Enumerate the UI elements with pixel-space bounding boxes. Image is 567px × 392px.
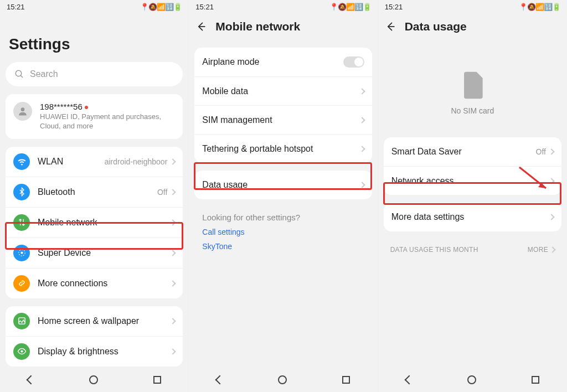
account-sub: HUAWEI ID, Payment and purchases, Cloud,…	[40, 112, 175, 131]
section-label: DATA USAGE THIS MONTH	[390, 246, 478, 254]
wifi-icon	[13, 153, 30, 170]
bluetooth-row[interactable]: Bluetooth Off	[6, 177, 183, 207]
chevron-right-icon	[548, 214, 554, 220]
status-bar: 15:21 📍🔕📶🔢🔋	[378, 0, 567, 13]
status-bar: 15:21 📍🔕📶🔢🔋	[0, 0, 188, 13]
airplane-label: Airplane mode	[202, 57, 343, 67]
other-settings-card: Looking for other settings? Call setting…	[194, 207, 372, 259]
nav-home-button[interactable]	[278, 375, 287, 384]
nav-recent-button[interactable]	[153, 376, 161, 384]
phone-data-usage: 15:21 📍🔕📶🔢🔋 Data usage No SIM card Smart…	[378, 0, 567, 392]
chevron-right-icon	[170, 219, 176, 225]
airplane-toggle[interactable]	[343, 56, 364, 68]
chevron-right-icon	[170, 348, 176, 354]
page-header: Mobile network	[189, 13, 377, 42]
nav-bar	[378, 368, 567, 392]
back-button[interactable]	[385, 21, 396, 32]
display-brightness-row[interactable]: Display & brightness	[6, 336, 183, 367]
tethering-label: Tethering & portable hotspot	[202, 144, 359, 154]
chevron-right-icon	[359, 182, 365, 188]
search-icon	[14, 69, 24, 79]
page-header: Data usage	[378, 13, 567, 42]
chevron-right-icon	[359, 88, 365, 94]
page-title: Mobile network	[215, 20, 300, 33]
more-data-settings-row[interactable]: More data settings	[384, 203, 561, 231]
more-link[interactable]: MORE	[528, 246, 555, 254]
avatar-icon	[13, 102, 32, 121]
mobile-network-icon	[13, 214, 30, 231]
skytone-link[interactable]: SkyTone	[202, 242, 364, 251]
wlan-value: airdroid-neighboor	[105, 157, 168, 166]
mobile-network-label: Mobile network	[38, 218, 171, 228]
tethering-row[interactable]: Tethering & portable hotspot	[194, 134, 372, 163]
sim-label: SIM management	[202, 115, 359, 125]
nav-home-button[interactable]	[467, 375, 476, 384]
eye-icon	[13, 343, 30, 360]
more-connections-row[interactable]: More connections	[6, 268, 183, 298]
nav-home-button[interactable]	[89, 375, 98, 384]
page-title: Settings	[0, 13, 188, 62]
chevron-right-icon	[170, 250, 176, 256]
data-usage-month-header: DATA USAGE THIS MONTH MORE	[378, 239, 567, 257]
bluetooth-icon	[13, 184, 30, 200]
status-time: 15:21	[7, 3, 25, 11]
more-data-group: More data settings	[384, 203, 561, 231]
more-connections-label: More connections	[38, 278, 171, 288]
status-time: 15:21	[195, 3, 214, 11]
svg-point-2	[21, 107, 25, 111]
sim-management-row[interactable]: SIM management	[194, 105, 372, 134]
nav-back-button[interactable]	[215, 375, 225, 385]
call-settings-link[interactable]: Call settings	[202, 228, 364, 236]
chevron-right-icon	[170, 158, 176, 164]
mobile-data-row[interactable]: Mobile data	[194, 76, 372, 105]
status-time: 15:21	[385, 3, 403, 11]
data-usage-label: Data usage	[202, 180, 359, 190]
mobile-network-row[interactable]: Mobile network	[6, 207, 183, 238]
search-input[interactable]: Search	[6, 62, 183, 86]
super-device-icon	[13, 245, 30, 261]
wallpaper-icon	[13, 313, 30, 329]
link-icon	[13, 275, 30, 292]
account-card[interactable]: 198******56 HUAWEI ID, Payment and purch…	[6, 94, 183, 139]
other-settings-heading: Looking for other settings?	[202, 213, 364, 222]
connectivity-group: WLAN airdroid-neighboor Bluetooth Off Mo…	[6, 147, 183, 298]
super-device-label: Super Device	[38, 248, 171, 258]
nav-back-button[interactable]	[26, 375, 35, 385]
bluetooth-value: Off	[157, 188, 167, 197]
notification-dot-icon	[85, 106, 88, 109]
smart-saver-value: Off	[536, 147, 546, 156]
data-usage-row[interactable]: Data usage	[194, 171, 372, 199]
super-device-row[interactable]: Super Device	[6, 238, 183, 268]
annotation-arrow-icon	[514, 162, 553, 195]
account-name: 198******56	[40, 102, 175, 111]
wlan-label: WLAN	[38, 157, 105, 167]
svg-line-1	[20, 75, 23, 78]
home-wallpaper-row[interactable]: Home screen & wallpaper	[6, 306, 183, 336]
nav-recent-button[interactable]	[342, 376, 350, 384]
nav-recent-button[interactable]	[532, 376, 539, 384]
search-placeholder: Search	[30, 69, 58, 79]
more-data-label: More data settings	[391, 212, 549, 222]
wlan-row[interactable]: WLAN airdroid-neighboor	[6, 147, 183, 177]
chevron-right-icon	[359, 146, 365, 152]
back-button[interactable]	[195, 21, 207, 32]
status-icons: 📍🔕📶🔢🔋	[519, 3, 560, 11]
nav-back-button[interactable]	[404, 375, 414, 385]
no-sim-placeholder: No SIM card	[378, 42, 567, 137]
status-icons: 📍🔕📶🔢🔋	[140, 3, 182, 11]
no-sim-text: No SIM card	[451, 106, 494, 115]
nav-bar	[0, 368, 188, 392]
status-bar: 15:21 📍🔕📶🔢🔋	[189, 0, 377, 13]
page-title: Data usage	[405, 20, 467, 33]
network-settings-group: Airplane mode Mobile data SIM management…	[194, 48, 372, 163]
mobile-data-label: Mobile data	[202, 86, 359, 96]
svg-point-0	[16, 70, 22, 76]
chevron-right-icon	[359, 117, 365, 123]
bluetooth-label: Bluetooth	[38, 187, 157, 197]
display-brightness-label: Display & brightness	[38, 347, 171, 357]
phone-settings: 15:21 📍🔕📶🔢🔋 Settings Search 198******56 …	[0, 0, 189, 392]
chevron-right-icon	[170, 189, 176, 195]
svg-point-6	[20, 350, 23, 353]
status-icons: 📍🔕📶🔢🔋	[329, 3, 371, 11]
airplane-mode-row[interactable]: Airplane mode	[194, 48, 372, 76]
